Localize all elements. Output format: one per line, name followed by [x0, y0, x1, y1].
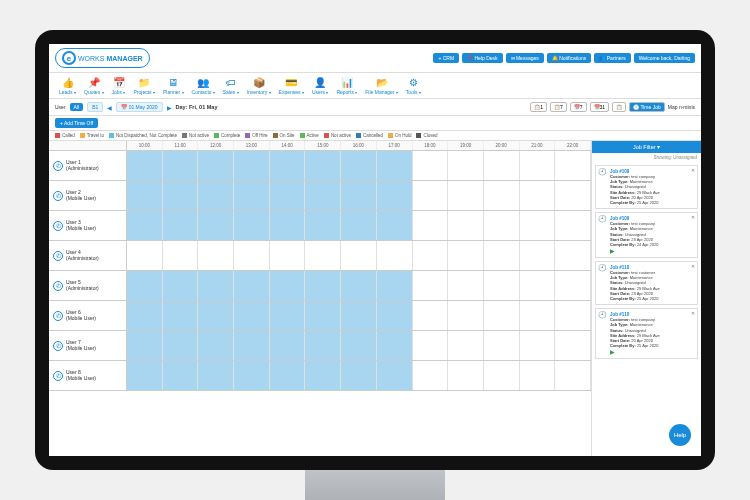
top-button-1[interactable]: ❓ Help Desk: [462, 53, 502, 63]
schedule-slot[interactable]: [484, 151, 520, 180]
schedule-slot[interactable]: [377, 151, 413, 180]
schedule-slot[interactable]: [234, 211, 270, 240]
schedule-slot[interactable]: [555, 301, 591, 330]
job-filter-header[interactable]: Job Filter ▾: [592, 141, 701, 153]
user-label[interactable]: ✆User 6(Mobile User): [49, 301, 127, 330]
schedule-slot[interactable]: [234, 301, 270, 330]
schedule-slot[interactable]: [198, 241, 234, 270]
schedule-slot[interactable]: [270, 241, 306, 270]
user-label[interactable]: ✆User 3(Mobile User): [49, 211, 127, 240]
schedule-slot[interactable]: [377, 271, 413, 300]
close-icon[interactable]: ✕: [691, 167, 695, 173]
schedule-slot[interactable]: [198, 211, 234, 240]
nav-inventory[interactable]: 📦Inventory ▾: [247, 76, 271, 95]
user-label[interactable]: ✆User 7(Mobile User): [49, 331, 127, 360]
nav-file manager[interactable]: 📂File Manager ▾: [365, 76, 398, 95]
schedule-slot[interactable]: [341, 181, 377, 210]
schedule-slot[interactable]: [234, 271, 270, 300]
schedule-slot[interactable]: [448, 241, 484, 270]
schedule-slot[interactable]: [305, 211, 341, 240]
schedule-slot[interactable]: [413, 271, 449, 300]
schedule-slot[interactable]: [198, 301, 234, 330]
schedule-slot[interactable]: [484, 181, 520, 210]
schedule-slot[interactable]: [341, 361, 377, 390]
schedule-slot[interactable]: [555, 331, 591, 360]
phone-icon[interactable]: ✆: [53, 341, 63, 351]
view-button-1[interactable]: 📋7: [550, 102, 567, 112]
nav-jobs[interactable]: 📅Jobs ▾: [112, 76, 126, 95]
schedule-slot[interactable]: [127, 361, 163, 390]
date-picker[interactable]: 📅 01 May 2020: [116, 102, 162, 112]
nav-quotes[interactable]: 📌Quotes ▾: [84, 76, 104, 95]
job-card[interactable]: 🕘✕Job #110Customer: test companyJob Type…: [595, 308, 698, 359]
schedule-slot[interactable]: [448, 151, 484, 180]
schedule-slot[interactable]: [341, 301, 377, 330]
job-card[interactable]: 🕘✕Job #109Customer: test companyJob Type…: [595, 165, 698, 209]
nav-projects[interactable]: 📁Projects ▾: [133, 76, 154, 95]
close-icon[interactable]: ✕: [691, 214, 695, 220]
help-bubble[interactable]: Help: [669, 424, 691, 446]
schedule-slot[interactable]: [448, 181, 484, 210]
schedule-slot[interactable]: [127, 301, 163, 330]
schedule-slot[interactable]: [448, 361, 484, 390]
schedule-slot[interactable]: [305, 241, 341, 270]
schedule-slot[interactable]: [270, 211, 306, 240]
phone-icon[interactable]: ✆: [53, 311, 63, 321]
nav-tools[interactable]: ⚙Tools ▾: [406, 76, 421, 95]
view-button-4[interactable]: 📋: [612, 102, 626, 112]
schedule-slot[interactable]: [163, 331, 199, 360]
job-card[interactable]: 🕘✕Job #110Customer: test customerJob Typ…: [595, 261, 698, 305]
schedule-slot[interactable]: [484, 301, 520, 330]
schedule-slot[interactable]: [484, 271, 520, 300]
schedule-slot[interactable]: [484, 211, 520, 240]
phone-icon[interactable]: ✆: [53, 371, 63, 381]
schedule-slot[interactable]: [377, 211, 413, 240]
schedule-slot[interactable]: [305, 181, 341, 210]
schedule-slot[interactable]: [341, 211, 377, 240]
schedule-slot[interactable]: [270, 151, 306, 180]
schedule-slot[interactable]: [341, 151, 377, 180]
schedule-slot[interactable]: [305, 151, 341, 180]
close-icon[interactable]: ✕: [691, 310, 695, 316]
schedule-slot[interactable]: [234, 181, 270, 210]
schedule-slot[interactable]: [270, 331, 306, 360]
app-logo[interactable]: e WORKS MANAGER: [55, 48, 150, 68]
phone-icon[interactable]: ✆: [53, 191, 63, 201]
schedule-slot[interactable]: [198, 271, 234, 300]
schedule-slot[interactable]: [484, 331, 520, 360]
schedule-slot[interactable]: [234, 361, 270, 390]
nav-sales[interactable]: 🏷Sales ▾: [223, 76, 239, 95]
schedule-slot[interactable]: [163, 301, 199, 330]
schedule-slot[interactable]: [127, 211, 163, 240]
schedule-slot[interactable]: [555, 271, 591, 300]
schedule-slot[interactable]: [127, 241, 163, 270]
user-label[interactable]: ✆User 5(Administrator): [49, 271, 127, 300]
schedule-slot[interactable]: [377, 301, 413, 330]
schedule-slot[interactable]: [520, 151, 556, 180]
schedule-slot[interactable]: [305, 301, 341, 330]
phone-icon[interactable]: ✆: [53, 281, 63, 291]
schedule-slot[interactable]: [234, 151, 270, 180]
schedule-slot[interactable]: [127, 151, 163, 180]
close-icon[interactable]: ✕: [691, 263, 695, 269]
schedule-slot[interactable]: [198, 181, 234, 210]
schedule-slot[interactable]: [163, 151, 199, 180]
schedule-slot[interactable]: [413, 331, 449, 360]
schedule-slot[interactable]: [305, 271, 341, 300]
view-button-0[interactable]: 📋1: [530, 102, 547, 112]
next-day-icon[interactable]: ▶: [167, 104, 172, 111]
schedule-slot[interactable]: [270, 181, 306, 210]
schedule-slot[interactable]: [520, 271, 556, 300]
nav-leads[interactable]: 👍Leads ▾: [59, 76, 76, 95]
nav-reports[interactable]: 📊Reports ▾: [336, 76, 357, 95]
schedule-slot[interactable]: [341, 331, 377, 360]
schedule-slot[interactable]: [448, 301, 484, 330]
schedule-slot[interactable]: [448, 211, 484, 240]
top-button-3[interactable]: 🔔 Notifications: [547, 53, 592, 63]
schedule-slot[interactable]: [341, 241, 377, 270]
schedule-slot[interactable]: [555, 361, 591, 390]
schedule-slot[interactable]: [484, 361, 520, 390]
phone-icon[interactable]: ✆: [53, 251, 63, 261]
schedule-slot[interactable]: [270, 301, 306, 330]
view-button-3[interactable]: 📅31: [590, 102, 610, 112]
